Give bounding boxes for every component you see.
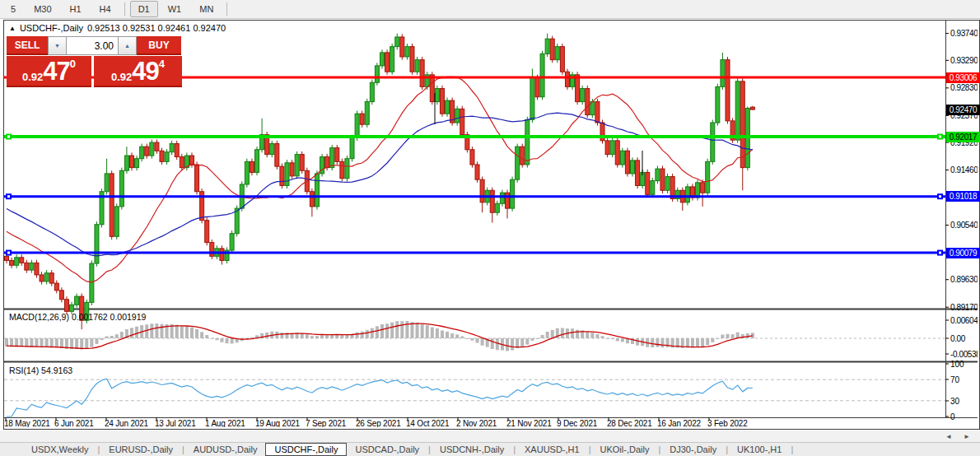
candle-body [440,89,444,114]
macd-label: MACD(12,26,9) 0.001762 0.001919 [9,312,146,322]
macd-histogram-bar [450,333,454,338]
macd-histogram-bar [551,330,554,338]
candle-body [270,144,274,155]
chart-tab-usdchf-daily[interactable]: USDCHF-,Daily [265,443,347,456]
timeframe-button-M30[interactable]: M30 [26,1,59,17]
candle-body [750,107,754,109]
macd-signal-line [7,323,753,348]
x-tick-label: 7 Sep 2021 [306,419,347,427]
chart-tab-eurusd-daily[interactable]: EURUSD-,Daily [100,443,181,456]
candle-body [625,151,629,174]
candle-body [581,89,585,102]
timeframe-button-H4[interactable]: H4 [91,1,119,17]
macd-histogram-bar [376,326,379,338]
sell-button[interactable]: SELL [7,36,48,55]
volume-input[interactable] [67,36,118,55]
candle-body [360,114,364,124]
macd-histogram-bar [586,332,589,338]
macd-histogram-bar [50,338,54,347]
macd-histogram-bar [306,334,309,338]
buy-price-panel[interactable]: 0.92 49 4 [94,56,182,87]
candle-body [665,177,670,191]
macd-histogram-bar [496,338,499,350]
timeframe-button-H1[interactable]: H1 [62,1,90,17]
macd-histogram-bar [30,338,33,347]
chart-tab-dj30-daily[interactable]: DJ30-,Daily [661,443,725,456]
macd-histogram-bar [371,328,374,338]
chart-tab-usdcnh-daily[interactable]: USDCNH-,Daily [432,443,512,456]
chart-tab-usdcad-daily[interactable]: USDCAD-,Daily [347,443,427,456]
y-tick-label: 0.93290 [950,56,978,65]
buy-price-small: 0.92 [111,71,132,86]
candle-body [620,151,624,165]
candle-body [455,109,460,123]
candle-body [706,161,710,193]
macd-histogram-bar [195,329,198,338]
rsi-axis-label: 0 [950,412,955,421]
x-tick-label: 14 Oct 2021 [406,419,450,427]
candle-body [560,47,564,72]
rsi-axis-label: 30 [950,397,960,406]
chart-tab-audusd-daily[interactable]: AUDUSD-,Daily [185,443,266,456]
macd-histogram-bar [421,324,424,338]
y-tick-label: 0.93740 [950,29,978,38]
candle-body [375,66,379,82]
candle-body [150,142,154,156]
candle-body [495,203,499,212]
macd-histogram-bar [135,327,138,338]
timeframe-button-D1[interactable]: D1 [130,1,158,17]
x-tick-label: 16 Jan 2022 [657,419,701,427]
timeframe-button-W1[interactable]: W1 [160,1,190,17]
candle-body [470,150,474,165]
horizontal-scrollbar[interactable]: ◄ ► [0,430,980,442]
macd-histogram-bar [320,335,324,338]
macd-histogram-bar [431,328,434,338]
macd-histogram-bar [130,328,133,338]
macd-histogram-bar [145,324,148,338]
candle-body [511,179,515,208]
buy-button[interactable]: BUY [137,36,181,55]
macd-histogram-bar [436,328,439,338]
candle-body [124,156,128,170]
candle-body [405,47,409,57]
chart-tab-xauusd-h1[interactable]: XAUUSD-,H1 [516,443,588,456]
scroll-right-icon[interactable]: ► [960,431,973,441]
chart-tab-uk100-h1[interactable]: UK100-,H1 [729,443,790,456]
hline-handle-center [7,252,10,254]
candle-body [280,166,284,185]
macd-histogram-bar [470,338,474,341]
sell-price-panel[interactable]: 0.92 47 0 [7,56,91,87]
chart-window: 0.937400.932900.928300.923700.919200.914… [3,20,980,430]
x-tick-label: 28 Dec 2021 [607,419,652,427]
macd-histogram-bar [356,333,359,338]
timeframe-button-5[interactable]: 5 [2,1,24,17]
sell-price-sup: 0 [70,56,76,70]
macd-histogram-bar [546,332,549,338]
scroll-left-icon[interactable]: ◄ [942,431,955,441]
candle-body [610,141,614,155]
macd-histogram-bar [120,332,124,338]
collapse-triangle-icon[interactable]: ▲ [9,24,16,33]
candle-body [516,147,520,179]
candle-body [189,156,194,165]
sell-price-small: 0.92 [22,71,43,86]
x-tick-label: 3 Feb 2022 [707,419,748,427]
volume-decrease-button[interactable]: ▼ [48,36,67,55]
candle-body [415,60,419,72]
macd-histogram-bar [110,336,114,338]
timeframe-button-MN[interactable]: MN [191,1,222,17]
macd-histogram-bar [115,334,119,338]
chart-tab-usdx-weekly[interactable]: USDX,Weekly [23,443,96,456]
candle-body [520,147,525,165]
macd-histogram-bar [160,324,163,338]
macd-histogram-bar [636,338,639,346]
candle-body [330,148,334,168]
candle-body [205,221,209,243]
volume-increase-button[interactable]: ▲ [118,36,137,55]
chart-tab-ukoil-daily[interactable]: UKOil-,Daily [592,443,658,456]
candle-body [255,150,259,173]
candle-body [310,192,314,207]
macd-histogram-bar [90,338,93,347]
macd-histogram-bar [601,336,604,338]
candle-body [290,163,294,176]
